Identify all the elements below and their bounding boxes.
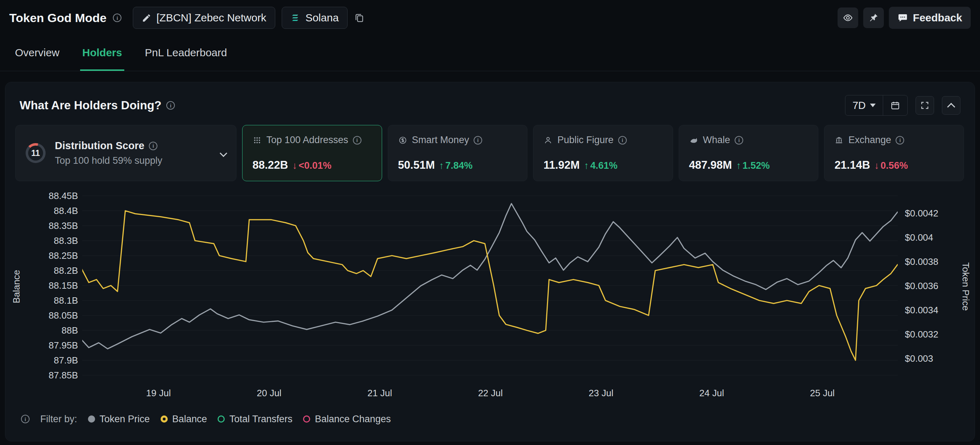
- dialpad-icon: [253, 136, 262, 145]
- info-icon[interactable]: i: [618, 136, 627, 145]
- line-chart-canvas[interactable]: [82, 190, 898, 380]
- filter-balance-changes-label: Balance Changes: [315, 414, 391, 425]
- public-figure-label: Public Figure: [557, 135, 614, 146]
- whale-value: 487.98M: [689, 159, 732, 172]
- chevron-down-icon[interactable]: [220, 149, 227, 157]
- info-icon[interactable]: i: [21, 415, 30, 423]
- smart-money-value: 50.51M: [398, 159, 435, 172]
- distribution-score-value: 11: [28, 146, 43, 161]
- page-title: Token God Mode: [9, 11, 107, 25]
- stat-card-public-figure[interactable]: Public Figure i 11.92M ↑ 4.61%: [533, 125, 673, 181]
- smart-money-change: 7.84%: [445, 160, 473, 171]
- x-tick-label: 25 Jul: [794, 388, 851, 399]
- range-dropdown[interactable]: 7D: [845, 95, 883, 115]
- watch-button[interactable]: [838, 8, 858, 28]
- copy-icon: [354, 13, 365, 23]
- pencil-icon: [142, 13, 151, 23]
- fullscreen-icon: [920, 101, 929, 110]
- arrow-up-icon: ↑: [584, 160, 589, 171]
- balance-dot-icon: [161, 415, 168, 423]
- person-icon: [543, 136, 553, 145]
- arrow-up-icon: ↑: [736, 160, 741, 171]
- calendar-button[interactable]: [883, 95, 907, 115]
- stat-card-top-100-addresses[interactable]: Top 100 Addresses i 88.22B ↓ <0.01%: [242, 125, 382, 181]
- tab-bar: Overview Holders PnL Leaderboard: [0, 36, 980, 71]
- feedback-label: Feedback: [913, 12, 962, 24]
- info-icon[interactable]: i: [474, 136, 482, 145]
- panel-title: What Are Holders Doing? i: [19, 99, 175, 112]
- gauge-donut: 11: [25, 143, 46, 163]
- filter-balance[interactable]: Balance: [161, 414, 207, 425]
- y-axis-left-ticks: 88.45B88.4B 88.35B88.3B 88.25B88.2B 88.1…: [13, 188, 78, 383]
- public-figure-change: 4.61%: [590, 160, 617, 171]
- eye-icon: [843, 13, 853, 23]
- pin-button[interactable]: [863, 8, 884, 28]
- header: Token God Mode i [ZBCN] Zebec Network So…: [0, 0, 980, 36]
- info-icon[interactable]: i: [735, 136, 743, 145]
- top100-value: 88.22B: [253, 159, 288, 172]
- holders-panel: What Are Holders Doing? i 7D: [5, 82, 975, 442]
- series-token-price: [82, 203, 898, 349]
- stat-cards-row: 11 Distribution Score i Top 100 hold 59%…: [15, 125, 964, 181]
- exchange-change: 0.56%: [881, 160, 908, 171]
- whale-icon: [689, 136, 698, 145]
- top100-label: Top 100 Addresses: [266, 135, 348, 146]
- arrow-down-icon: ↓: [292, 160, 298, 171]
- filter-balance-changes[interactable]: Balance Changes: [303, 414, 391, 425]
- total-transfers-dot-icon: [218, 415, 225, 423]
- y-axis-right-title: Token Price: [960, 222, 971, 351]
- panel-title-text: What Are Holders Doing?: [19, 99, 161, 112]
- balance-changes-dot-icon: [303, 415, 310, 423]
- distribution-score-subtitle: Top 100 hold 59% supply: [55, 155, 162, 166]
- collapse-button[interactable]: [942, 96, 961, 114]
- copy-address-button[interactable]: [354, 13, 365, 23]
- x-tick-label: 23 Jul: [573, 388, 630, 399]
- filter-by-label: Filter by:: [40, 414, 77, 425]
- feedback-button[interactable]: Feedback: [889, 7, 971, 29]
- public-figure-value: 11.92M: [543, 159, 580, 172]
- filter-total-transfers[interactable]: Total Transfers: [218, 414, 292, 425]
- holders-chart: Balance 88.45B88.4B 88.35B88.3B 88.25B88…: [5, 188, 975, 407]
- info-icon[interactable]: i: [353, 136, 361, 145]
- stat-card-exchange[interactable]: Exchange i 21.14B ↓ 0.56%: [824, 125, 964, 181]
- stat-card-distribution-score[interactable]: 11 Distribution Score i Top 100 hold 59%…: [15, 125, 237, 181]
- panel-controls: 7D: [845, 95, 961, 116]
- info-icon[interactable]: i: [113, 14, 121, 22]
- whale-label: Whale: [703, 135, 730, 146]
- exchange-value: 21.14B: [834, 159, 870, 172]
- stat-card-smart-money[interactable]: Smart Money i 50.51M ↑ 7.84%: [388, 125, 528, 181]
- tab-pnl-leaderboard[interactable]: PnL Leaderboard: [143, 36, 229, 71]
- chevron-down-icon: [870, 103, 876, 107]
- x-tick-label: 21 Jul: [351, 388, 408, 399]
- x-tick-label: 20 Jul: [241, 388, 298, 399]
- coin-icon: [398, 136, 407, 145]
- x-tick-label: 24 Jul: [683, 388, 740, 399]
- chain-selector-button[interactable]: Solana: [282, 7, 348, 29]
- token-selector-button[interactable]: [ZBCN] Zebec Network: [133, 7, 275, 29]
- smart-money-label: Smart Money: [412, 135, 469, 146]
- range-label: 7D: [853, 100, 866, 111]
- filter-token-price[interactable]: Token Price: [88, 414, 150, 425]
- info-icon[interactable]: i: [896, 136, 904, 145]
- chat-icon: [897, 13, 908, 23]
- tab-holders[interactable]: Holders: [80, 36, 124, 71]
- panel-header: What Are Holders Doing? i 7D: [5, 82, 975, 116]
- filter-token-price-label: Token Price: [100, 414, 150, 425]
- info-icon[interactable]: i: [149, 142, 158, 150]
- filter-balance-label: Balance: [172, 414, 207, 425]
- token-price-dot-icon: [88, 415, 95, 423]
- stat-card-whale[interactable]: Whale i 487.98M ↑ 1.52%: [679, 125, 819, 181]
- x-axis-ticks: 19 Jul20 Jul21 Jul22 Jul23 Jul24 Jul25 J…: [82, 388, 898, 400]
- pin-icon: [868, 13, 879, 23]
- distribution-texts: Distribution Score i Top 100 hold 59% su…: [55, 140, 162, 166]
- calendar-icon: [890, 100, 900, 110]
- token-god-mode-page: Token God Mode i [ZBCN] Zebec Network So…: [0, 0, 980, 445]
- chain-selector-label: Solana: [305, 12, 339, 24]
- x-tick-label: 22 Jul: [462, 388, 519, 399]
- tab-overview[interactable]: Overview: [13, 36, 62, 71]
- bank-icon: [834, 136, 843, 145]
- info-icon[interactable]: i: [166, 101, 175, 110]
- arrow-up-icon: ↑: [439, 160, 444, 171]
- expand-button[interactable]: [916, 96, 934, 114]
- distribution-score-label: Distribution Score: [55, 140, 144, 152]
